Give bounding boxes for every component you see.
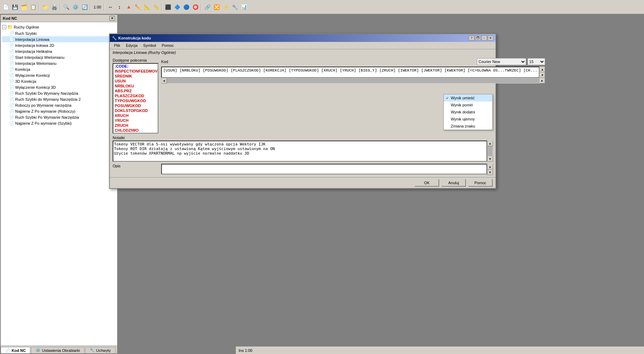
toolbar-icon-10[interactable]: ↔️ xyxy=(106,3,114,11)
toolbar-icon-11[interactable]: ↕️ xyxy=(115,3,124,11)
dialog-restore-btn[interactable]: 🗖 xyxy=(475,36,481,41)
dialog-close-btn[interactable]: ✕ xyxy=(488,36,493,41)
dropdown-item-wynik-pomin[interactable]: Wynik pomiń xyxy=(444,101,492,108)
menu-pomoc[interactable]: Pomoc xyxy=(159,43,176,48)
toolbar-icon-18[interactable]: 🔵 xyxy=(182,3,190,11)
toolbar-icon-3[interactable]: 🗂️ xyxy=(20,3,28,11)
tree-item-5[interactable]: 📄 Interpolacja Wielomianu xyxy=(2,60,116,66)
tree-item-10[interactable]: 📄 Ruch Szybki Do Wymiany Narzędzia xyxy=(2,90,116,96)
dropdown-item-wynik-umiesc[interactable]: ✓ Wynik umieść xyxy=(444,94,492,101)
tab-uchwyty[interactable]: 🔧 Uchwyty xyxy=(85,347,115,353)
tree-item-12[interactable]: 📄 Roboczy po Wymianie narzędzia xyxy=(2,102,116,108)
tab-kod-nc[interactable]: 📄 Kod NC xyxy=(1,347,30,353)
dostepne-item-doklstopgkod[interactable]: DOKLSTOPGKOD xyxy=(113,108,158,113)
kod-content-text: [USUN] [NRBLOKU] [POSUWGKOD] [PLASZCZGKO… xyxy=(163,68,537,73)
menu-edycja[interactable]: Edycja xyxy=(123,43,140,48)
scroll-track-horiz[interactable] xyxy=(167,78,539,83)
dostepne-item-code[interactable]: ;CODE: xyxy=(113,64,158,69)
kod-content-area[interactable]: [USUN] [NRBLOKU] [POSUWGKOD] [PLASZCZGKO… xyxy=(161,67,539,78)
toolbar-icon-4[interactable]: 📋 xyxy=(29,3,37,11)
toolbar-icon-21[interactable]: 🔀 xyxy=(212,3,221,11)
tree-item-1[interactable]: 📄 Interpolacja Liniowa xyxy=(2,36,116,42)
tree-item-6[interactable]: 📄 Korekcja xyxy=(2,66,116,72)
toolbar-icon-8[interactable]: ⚙️ xyxy=(71,3,80,11)
tree-item-13[interactable]: 📄 Najpierw Z Po wymianie (Roboczy) xyxy=(2,108,116,114)
dropdown-item-wynik-ujemny[interactable]: Wynik ujemny xyxy=(444,116,492,123)
tree-item-15[interactable]: 📄 Najpierw Z Po wymianie (Szybki) xyxy=(2,120,116,126)
dostepne-item-srednik[interactable]: SREDNIK xyxy=(113,74,158,79)
dostepne-item-plaszczgkod[interactable]: PLASZCZGKOD xyxy=(113,93,158,98)
toolbar-icon-9[interactable]: 🔄 xyxy=(80,3,89,11)
tree-item-14[interactable]: 📄 Ruch Szybki Po Wymianie Narzędzia xyxy=(2,114,116,120)
tab-kod-nc-label: Kod NC xyxy=(12,348,26,353)
menu-plik[interactable]: Plik xyxy=(111,43,123,48)
dostepne-item-absprz[interactable]: ABS.PRZ xyxy=(113,88,158,93)
toolbar-icon-20[interactable]: 🔗 xyxy=(203,3,211,11)
dostepne-item-posuwgkod[interactable]: POSUWGKOD xyxy=(113,103,158,108)
toolbar-icon-7[interactable]: 🔍 xyxy=(62,3,70,11)
toolbar-save-icon[interactable]: 💾 xyxy=(11,3,19,11)
notatki-textarea[interactable]: Tokeny VECTOR dla 5-osi wywoływany gdy w… xyxy=(113,141,487,162)
toolbar-icon-19[interactable]: ⭕ xyxy=(191,3,200,11)
dostepne-item-yruch[interactable]: YRUCH xyxy=(113,118,158,123)
toolbar-icon-6[interactable]: 🖨️ xyxy=(50,3,58,11)
tree-item-3[interactable]: 📄 Interpolacja Helikalna xyxy=(2,48,116,54)
tree-item-2[interactable]: 📄 Interpolacja kołowa 2D xyxy=(2,42,116,48)
font-select[interactable]: Courier New Arial xyxy=(477,58,526,65)
tree-expand-icon[interactable]: − xyxy=(2,25,6,29)
toolbar-icon-23[interactable]: 🔧 xyxy=(231,3,239,11)
scroll-right-arrow[interactable]: ► xyxy=(539,78,545,83)
size-select[interactable]: 15 12 10 xyxy=(528,58,545,65)
cancel-button[interactable]: Anuluj xyxy=(441,179,466,187)
scroll-up-arrow[interactable]: ▲ xyxy=(539,67,545,72)
toolbar-icon-14[interactable]: 📐 xyxy=(143,3,151,11)
tree-item-8[interactable]: 📄 3D Korekcja xyxy=(2,78,116,84)
toolbar-icon-15[interactable]: 📏 xyxy=(152,3,160,11)
toolbar-icon-16[interactable]: ⬛ xyxy=(164,3,172,11)
dostepne-item-chlodziwo[interactable]: CHLODZIWO xyxy=(113,128,158,133)
kod-vert-scrollbar[interactable]: ▲ ▼ xyxy=(539,67,545,78)
tree-item-9[interactable]: 📄 Wyłączenie Korekcji 3D xyxy=(2,84,116,90)
toolbar-icon-5[interactable]: 📁 xyxy=(41,3,49,11)
toolbar-icon-13[interactable]: ✏️ xyxy=(133,3,142,11)
dostepne-item-zruch[interactable]: ZRUCH xyxy=(113,123,158,128)
dialog-minimize-btn[interactable]: − xyxy=(481,36,487,41)
dropdown-item-wynik-dodatni[interactable]: Wynik dodatni xyxy=(444,108,492,116)
notatki-scroll-down[interactable]: ▼ xyxy=(487,156,493,162)
scroll-down-arrow[interactable]: ▼ xyxy=(539,72,545,78)
notatki-scroll-up[interactable]: ▲ xyxy=(487,141,493,146)
kod-horiz-scrollbar[interactable]: ◄ ► xyxy=(161,78,545,83)
dialog-help-btn[interactable]: ? xyxy=(469,36,474,41)
help-button[interactable]: Pomoc xyxy=(468,179,493,187)
dostepne-item-xruch[interactable]: XRUCH xyxy=(113,113,158,118)
dostepne-item-usun[interactable]: USUN xyxy=(113,79,158,83)
opis-scroll-down[interactable]: ▼ xyxy=(487,169,493,175)
toolbar-icon-22[interactable]: ⚡ xyxy=(221,3,230,11)
dostepne-list[interactable]: ;CODE: INSPECTIONFEEDMOVE SREDNIK USUN N… xyxy=(113,63,158,133)
tree-item-7[interactable]: 📄 Wyłączenie Korekcji xyxy=(2,72,116,78)
dostepne-item-chlodzprzeznarz[interactable]: CHŁODZPRZEZNARZ xyxy=(113,133,158,133)
tree-item-0[interactable]: 📄 Ruch Szybki xyxy=(2,30,116,36)
ok-button[interactable]: OK xyxy=(415,179,439,187)
left-panel-close-btn[interactable]: ✕ xyxy=(109,16,115,21)
dostepne-item-nrbloku[interactable]: NRBLOKU xyxy=(113,83,158,88)
dostepne-item-inspection[interactable]: INSPECTIONFEEDMOVE xyxy=(113,69,158,74)
toolbar-icon-12[interactable]: 🔺 xyxy=(124,3,133,11)
tree-item-11[interactable]: 📄 Ruch Szybki do Wymiany Narzędzia 2 xyxy=(2,96,116,102)
opis-textarea[interactable] xyxy=(161,164,487,174)
tree-item-4[interactable]: 📄 Start Interpolacji Wielomianu xyxy=(2,54,116,60)
toolbar-new-icon[interactable]: 📄 xyxy=(1,3,10,11)
notatki-scroll-track[interactable] xyxy=(488,146,493,156)
menu-symbol[interactable]: Symbol xyxy=(140,43,159,48)
notatki-vert-scrollbar[interactable]: ▲ ▼ xyxy=(487,141,493,162)
toolbar-icon-17[interactable]: 🔷 xyxy=(173,3,181,11)
toolbar-icon-24[interactable]: 📊 xyxy=(240,3,248,11)
opis-vert-scrollbar[interactable]: ▲ ▼ xyxy=(487,164,493,175)
dostepne-item-typosuwgkod[interactable]: TYPOSUWGKOD xyxy=(113,98,158,103)
dropdown-item-zmiana-znaku[interactable]: Zmiana znaku xyxy=(444,123,492,130)
scroll-left-arrow[interactable]: ◄ xyxy=(161,78,167,83)
tab-ustawienia[interactable]: ⚙️ Ustawienia Obrabiarki xyxy=(31,347,84,353)
opis-scroll-up[interactable]: ▲ xyxy=(487,164,493,169)
tree-root-item[interactable]: − 📁 Ruchy Ogólnie xyxy=(2,24,116,30)
tree-container[interactable]: − 📁 Ruchy Ogólnie 📄 Ruch Szybki 📄 Interp… xyxy=(1,22,117,346)
